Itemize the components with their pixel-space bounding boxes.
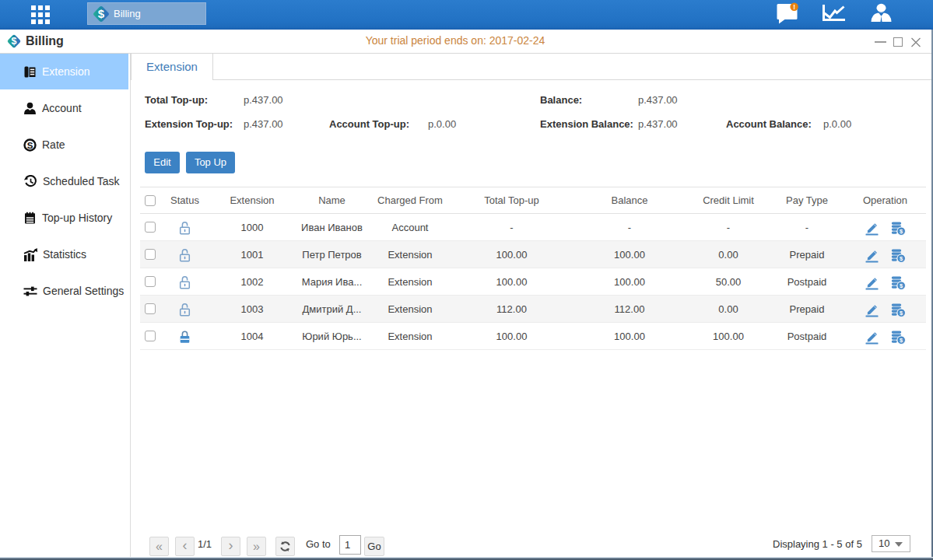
svg-text:$: $ [12, 36, 17, 47]
svg-text:!: ! [793, 3, 795, 11]
svg-text:S: S [27, 140, 33, 149]
svg-text:$: $ [98, 7, 105, 20]
